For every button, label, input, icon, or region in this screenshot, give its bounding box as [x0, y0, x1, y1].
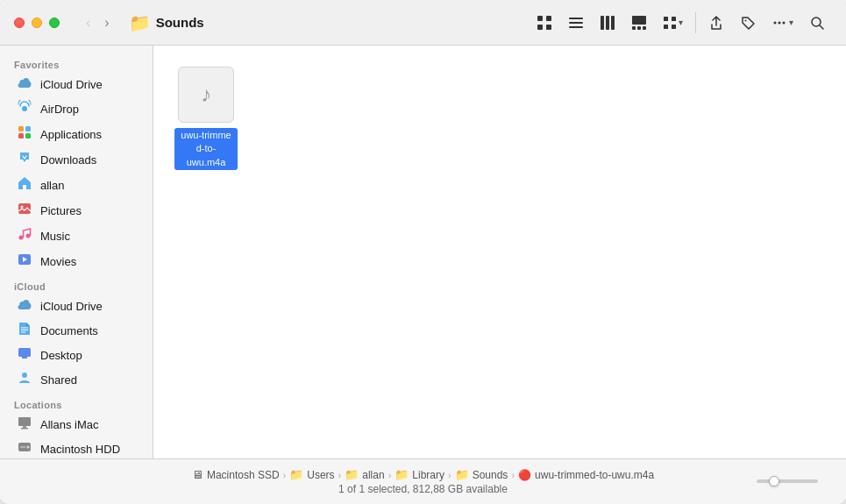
nav-arrows: ‹ › [81, 11, 115, 34]
back-button[interactable]: ‹ [81, 11, 96, 34]
svg-rect-12 [637, 26, 641, 30]
main-layout: Favorites iCloud Drive AirDro [0, 46, 846, 458]
statusbar: 🖥 Macintosh SSD › 📁 Users › 📁 allan › 📁 … [0, 458, 846, 504]
sidebar-item-downloads[interactable]: Downloads [5, 147, 147, 172]
svg-rect-7 [601, 16, 604, 30]
svg-rect-13 [643, 26, 646, 30]
svg-point-20 [778, 21, 781, 24]
svg-rect-25 [18, 126, 24, 131]
file-item-uwu[interactable]: ♪ uwu-trimmed-to- uwu.m4a [171, 63, 241, 174]
sep2: › [338, 470, 342, 480]
airdrop-icon [16, 100, 33, 117]
svg-rect-39 [22, 357, 27, 358]
svg-rect-4 [569, 18, 583, 19]
file-thumbnail: ♪ [178, 67, 234, 123]
applications-icon [16, 125, 33, 143]
breadcrumb-file-label: uwu-trimmed-to-uwu.m4a [535, 469, 654, 481]
traffic-lights [14, 18, 60, 28]
svg-rect-41 [18, 417, 31, 426]
allan-label: allan [40, 179, 64, 192]
downloads-label: Downloads [40, 153, 96, 167]
music-icon [16, 227, 33, 245]
toolbar-right: ▾ ▾ [530, 10, 832, 36]
applications-label: Applications [40, 128, 102, 141]
titlebar: ‹ › 📁 Sounds [0, 0, 846, 46]
icloud-icon [16, 76, 33, 92]
view-icons-button[interactable] [530, 10, 559, 36]
desktop-label: Desktop [40, 349, 82, 362]
search-button[interactable] [802, 10, 832, 36]
sidebar-item-music[interactable]: Music [5, 224, 147, 248]
svg-line-23 [820, 25, 823, 29]
sidebar-item-airdrop[interactable]: AirDrop [5, 96, 147, 121]
sep1: › [283, 470, 287, 480]
library-breadcrumb-icon: 📁 [395, 468, 409, 481]
sidebar-item-icloud-drive-2[interactable]: iCloud Drive [5, 295, 147, 317]
zoom-slider-container[interactable] [757, 479, 818, 483]
breadcrumb-file[interactable]: 🔴 uwu-trimmed-to-uwu.m4a [518, 469, 654, 481]
svg-rect-43 [21, 428, 28, 429]
hdd-icon [16, 441, 33, 457]
movies-label: Movies [40, 255, 76, 268]
breadcrumb-sounds[interactable]: 📁 Sounds [455, 468, 508, 481]
folder-icon: 📁 [129, 12, 151, 33]
maximize-button[interactable] [49, 18, 60, 28]
sidebar-item-shared[interactable]: Shared [5, 367, 147, 392]
view-gallery-button[interactable] [624, 10, 654, 36]
share-button[interactable] [701, 10, 731, 36]
allan-breadcrumb-icon: 📁 [345, 468, 359, 481]
pictures-icon [16, 202, 33, 219]
sidebar-item-macintosh-hdd[interactable]: Macintosh HDD [5, 437, 147, 458]
breadcrumb-allan[interactable]: 📁 allan [345, 468, 384, 481]
breadcrumb-ssd-label: Macintosh SSD [207, 469, 280, 481]
sidebar-item-desktop[interactable]: Desktop [5, 344, 147, 366]
svg-rect-9 [611, 16, 615, 30]
sidebar-item-applications[interactable]: Applications [5, 122, 147, 146]
sidebar-item-movies[interactable]: Movies [5, 249, 147, 273]
locations-label: Locations [0, 393, 153, 412]
desktop-icon [16, 347, 33, 363]
breadcrumb-ssd[interactable]: 🖥 Macintosh SSD [192, 468, 280, 481]
sep5: › [511, 470, 515, 480]
view-columns-button[interactable] [593, 10, 622, 36]
sounds-breadcrumb-icon: 📁 [455, 468, 469, 481]
downloads-icon [16, 151, 33, 168]
statusbar-bottom: 1 of 1 selected, 812,88 GB available [14, 483, 832, 495]
file-area[interactable]: ♪ uwu-trimmed-to- uwu.m4a [153, 46, 846, 458]
view-list-button[interactable] [561, 10, 591, 36]
sep3: › [388, 470, 392, 480]
svg-rect-8 [606, 16, 609, 30]
svg-rect-1 [546, 16, 551, 21]
sidebar-item-pictures[interactable]: Pictures [5, 198, 147, 223]
file-breadcrumb-icon: 🔴 [518, 469, 531, 481]
svg-rect-2 [537, 25, 543, 30]
minimize-button[interactable] [32, 18, 42, 28]
zoom-thumb[interactable] [769, 476, 779, 486]
tag-button[interactable] [733, 10, 763, 36]
breadcrumb-users-label: Users [307, 469, 334, 481]
home-icon [16, 176, 33, 194]
breadcrumb-library[interactable]: 📁 Library [395, 468, 444, 481]
icloud-drive-label: iCloud Drive [40, 78, 103, 91]
svg-point-24 [22, 106, 27, 111]
movies-icon [16, 252, 33, 270]
more-options-button[interactable]: ▾ [764, 10, 800, 36]
breadcrumb-users[interactable]: 📁 Users [289, 468, 334, 481]
sidebar-item-icloud-drive[interactable]: iCloud Drive [5, 73, 147, 96]
status-text: 1 of 1 selected, 812,88 GB available [338, 483, 508, 495]
sep4: › [448, 470, 451, 480]
svg-rect-5 [569, 22, 583, 24]
forward-button[interactable]: › [99, 11, 114, 34]
svg-rect-10 [632, 16, 646, 25]
zoom-slider[interactable] [757, 479, 818, 483]
sidebar-item-allans-imac[interactable]: Allans iMac [5, 413, 147, 437]
svg-rect-14 [664, 17, 668, 21]
close-button[interactable] [14, 18, 25, 28]
breadcrumb-sounds-label: Sounds [473, 469, 508, 481]
favorites-label: Favorites [0, 53, 153, 72]
svg-point-40 [22, 373, 27, 378]
sidebar-item-allan[interactable]: allan [5, 173, 147, 197]
sidebar-item-documents[interactable]: Documents [5, 318, 147, 343]
view-more-button[interactable]: ▾ [656, 11, 690, 35]
icloud-drive-2-label: iCloud Drive [40, 300, 103, 313]
